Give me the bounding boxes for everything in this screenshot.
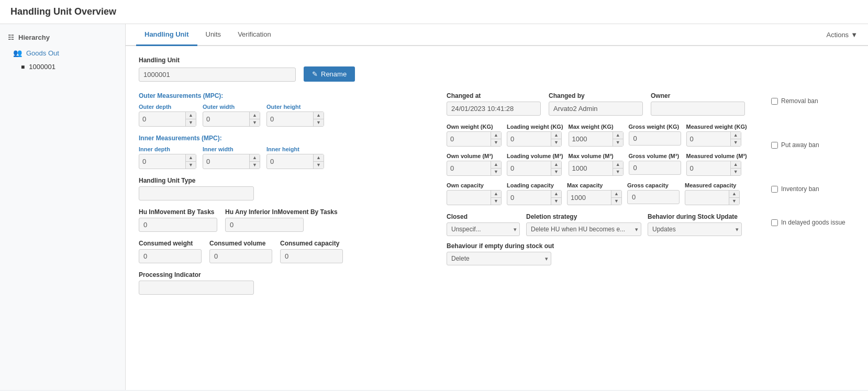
in-delayed-goods-label: In delayed goods issue: [781, 219, 845, 226]
consumed-volume-input[interactable]: [209, 249, 272, 263]
inner-depth-up[interactable]: ▲: [186, 154, 196, 162]
loading-volume-up[interactable]: ▲: [551, 161, 561, 169]
gross-capacity-input[interactable]: [627, 190, 680, 204]
max-weight-down[interactable]: ▼: [613, 139, 623, 146]
max-capacity-down[interactable]: ▼: [611, 198, 621, 205]
inner-height-input[interactable]: [267, 154, 313, 169]
in-delayed-goods-checkbox[interactable]: [771, 219, 778, 226]
own-capacity-group: Own capacity ▲ ▼: [447, 182, 502, 205]
inmovement-row: Hu InMovement By Tasks Hu Any Inferior I…: [139, 208, 431, 232]
outer-width-input[interactable]: [203, 112, 249, 126]
own-volume-input[interactable]: [447, 161, 491, 175]
hu-any-inferior-input[interactable]: [225, 218, 304, 232]
sidebar-item-1000001[interactable]: ■ 1000001: [0, 60, 125, 73]
behavior-stock-select[interactable]: Updates: [648, 222, 742, 236]
inner-height-up[interactable]: ▲: [314, 154, 324, 162]
loading-capacity-up[interactable]: ▲: [551, 191, 561, 198]
inner-depth-input[interactable]: [139, 154, 185, 169]
owner-label: Owner: [651, 92, 745, 99]
outer-depth-group: Outer depth ▲ ▼: [139, 104, 196, 127]
processing-indicator-input[interactable]: [139, 281, 254, 295]
max-volume-input[interactable]: [569, 161, 613, 175]
loading-volume-down[interactable]: ▼: [551, 169, 561, 175]
max-capacity-input[interactable]: [567, 191, 611, 205]
max-weight-input[interactable]: [569, 132, 613, 146]
own-weight-up[interactable]: ▲: [491, 132, 501, 139]
loading-volume-spinner: ▲ ▼: [507, 161, 562, 176]
own-volume-spinner: ▲ ▼: [447, 161, 502, 176]
tab-units[interactable]: Units: [197, 24, 230, 46]
max-weight-up[interactable]: ▲: [613, 132, 623, 139]
inner-width-down[interactable]: ▼: [250, 162, 260, 169]
own-capacity-down[interactable]: ▼: [491, 198, 501, 205]
own-volume-up[interactable]: ▲: [491, 161, 501, 169]
gross-weight-input[interactable]: [629, 131, 681, 146]
outer-width-down[interactable]: ▼: [250, 119, 260, 126]
inner-width-input[interactable]: [203, 154, 249, 169]
own-weight-input[interactable]: [447, 132, 491, 146]
loading-weight-input[interactable]: [507, 132, 551, 146]
combined-right: Changed at Changed by Owner: [447, 92, 855, 265]
measured-capacity-input[interactable]: [685, 191, 729, 205]
outer-width-up[interactable]: ▲: [250, 112, 260, 119]
own-weight-down[interactable]: ▼: [491, 139, 501, 146]
deletion-strategy-select[interactable]: Delete HU when HU becomes e...: [526, 222, 641, 236]
volume-row: Own volume (M³) ▲ ▼: [447, 153, 771, 176]
own-volume-down[interactable]: ▼: [491, 169, 501, 175]
measured-weight-input[interactable]: [687, 132, 730, 146]
consumed-capacity-input[interactable]: [280, 249, 343, 263]
outer-height-input[interactable]: [267, 112, 313, 126]
measured-capacity-down[interactable]: ▼: [729, 198, 739, 205]
inner-height-down[interactable]: ▼: [314, 162, 324, 169]
closed-select[interactable]: Unspecif...: [447, 222, 520, 236]
behaviour-empty-select[interactable]: Delete: [447, 252, 551, 265]
inner-width-group: Inner width ▲ ▼: [203, 146, 260, 169]
measured-volume-group: Measured volume (M³) ▲ ▼: [686, 153, 747, 176]
measured-weight-up[interactable]: ▲: [731, 132, 741, 139]
measured-volume-down[interactable]: ▼: [731, 169, 741, 175]
max-capacity-up[interactable]: ▲: [611, 191, 621, 198]
tab-handling-unit[interactable]: Handling Unit: [136, 24, 197, 46]
content-area: Handling Unit Units Verification Actions…: [126, 24, 868, 390]
behaviour-empty-select-wrapper: Delete: [447, 252, 551, 265]
loading-capacity-input[interactable]: [507, 191, 551, 205]
sidebar-item-goods-out[interactable]: 👥 Goods Out: [0, 46, 125, 60]
loading-capacity-down[interactable]: ▼: [551, 198, 561, 205]
outer-depth-up[interactable]: ▲: [186, 112, 196, 119]
consumed-weight-input[interactable]: [139, 249, 202, 263]
inner-height-group: Inner height ▲ ▼: [266, 146, 324, 169]
outer-height-up[interactable]: ▲: [314, 112, 324, 119]
own-capacity-input[interactable]: [447, 191, 491, 205]
tab-verification[interactable]: Verification: [229, 24, 280, 46]
handling-unit-input[interactable]: [139, 68, 296, 82]
outer-depth-down[interactable]: ▼: [186, 119, 196, 126]
max-volume-up[interactable]: ▲: [613, 161, 623, 169]
own-capacity-up[interactable]: ▲: [491, 191, 501, 198]
measured-capacity-up[interactable]: ▲: [729, 191, 739, 198]
loading-weight-up[interactable]: ▲: [551, 132, 561, 139]
inner-width-label: Inner width: [203, 146, 260, 152]
loading-volume-input[interactable]: [507, 161, 551, 175]
outer-height-label: Outer height: [266, 104, 324, 110]
behavior-stock-select-wrapper: Updates: [648, 222, 742, 236]
measured-volume-up[interactable]: ▲: [731, 161, 741, 169]
outer-depth-input[interactable]: [139, 112, 185, 126]
rename-button[interactable]: ✎ Rename: [304, 66, 355, 82]
measured-weight-down[interactable]: ▼: [731, 139, 741, 146]
inner-width-up[interactable]: ▲: [250, 154, 260, 162]
inventory-ban-checkbox[interactable]: [771, 186, 778, 193]
put-away-ban-checkbox[interactable]: [771, 142, 778, 149]
hu-type-input[interactable]: [139, 186, 254, 200]
actions-button[interactable]: Actions ▼: [826, 27, 858, 43]
hu-inmovement-input[interactable]: [139, 218, 217, 232]
outer-height-down[interactable]: ▼: [314, 119, 324, 126]
gross-volume-input[interactable]: [629, 161, 681, 175]
loading-weight-down[interactable]: ▼: [551, 139, 561, 146]
changed-at-input[interactable]: [447, 102, 541, 116]
removal-ban-checkbox[interactable]: [771, 98, 778, 105]
inner-depth-down[interactable]: ▼: [186, 162, 196, 169]
max-volume-down[interactable]: ▼: [613, 169, 623, 175]
changed-by-input[interactable]: [549, 102, 643, 116]
owner-input[interactable]: [651, 102, 745, 116]
measured-volume-input[interactable]: [687, 161, 730, 175]
